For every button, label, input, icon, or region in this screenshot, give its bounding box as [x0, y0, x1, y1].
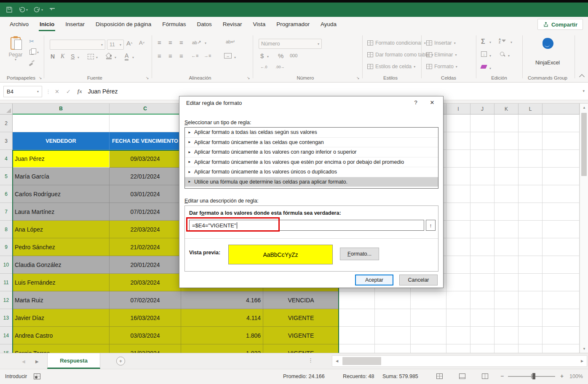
grid-cell[interactable] [494, 309, 519, 327]
grid-cell[interactable] [519, 327, 543, 344]
estado-cell[interactable]: VIGENTE [263, 327, 339, 344]
grid-cell[interactable] [519, 185, 543, 203]
grid-cell[interactable] [519, 238, 543, 256]
grid-cell[interactable] [470, 185, 494, 203]
grid-cell[interactable] [446, 327, 470, 344]
sort-filter-button[interactable]: AZ [499, 38, 506, 44]
fecha-cell[interactable]: 20/03/2024 [110, 274, 181, 291]
clipboard-dialog-launcher-icon[interactable]: ↘ [39, 76, 42, 80]
vendedor-cell[interactable]: Luis Fernández [13, 274, 110, 291]
accept-button[interactable]: Aceptar [355, 275, 393, 285]
grid-cell[interactable] [339, 309, 375, 327]
vertical-scrollbar[interactable]: ▲ ▼ [580, 104, 588, 353]
grid-cell[interactable] [470, 291, 494, 309]
formula-bar-expand-icon[interactable]: ▾ [583, 89, 585, 93]
fecha-cell[interactable]: 22/03/2024 [110, 221, 181, 238]
grid-cell[interactable] [543, 132, 580, 150]
scroll-left-icon[interactable]: ◀ [332, 356, 342, 366]
row-header[interactable]: 11 [0, 274, 13, 291]
fecha-header-cell[interactable]: FECHA DE VENCIMIENTO [110, 132, 181, 150]
vendedor-cell[interactable]: Ana López [13, 221, 110, 238]
autosum-chevron-icon[interactable]: ▾ [489, 40, 491, 44]
grid-cell[interactable] [494, 238, 519, 256]
accounting-chevron-icon[interactable]: ▾ [267, 55, 269, 59]
formula-bar-drag-dots[interactable]: ⋮ [45, 88, 51, 95]
estado-cell[interactable]: VIGENTE [263, 344, 339, 353]
grid-cell[interactable] [519, 256, 543, 274]
tab-fórmulas[interactable]: Fórmulas [157, 17, 191, 32]
tab-disposición-de-página[interactable]: Disposición de página [90, 17, 157, 32]
grid-cell[interactable] [543, 344, 580, 353]
copy-button[interactable] [27, 48, 36, 56]
bold-button[interactable]: N [51, 53, 55, 60]
grid-cell[interactable] [494, 168, 519, 185]
grid-cell[interactable] [519, 309, 543, 327]
column-header-c[interactable]: C [110, 104, 181, 115]
grid-cell[interactable] [339, 344, 375, 353]
percent-style-button[interactable]: % [278, 52, 283, 59]
grid-cell[interactable] [411, 291, 446, 309]
rule-type-option[interactable]: Aplicar formato a todas las celdas según… [185, 128, 438, 138]
borders-button[interactable] [88, 54, 94, 59]
comma-style-button[interactable]: 000 [290, 53, 297, 58]
ninjaexcel-button[interactable] [543, 38, 553, 49]
grid-cell[interactable] [494, 203, 519, 221]
tab-vista[interactable]: Vista [247, 17, 271, 32]
vendedor-cell[interactable]: Marta Ruiz [13, 291, 110, 309]
grid-cell[interactable] [446, 150, 470, 168]
row-header[interactable]: 14 [0, 327, 13, 344]
horizontal-scrollbar[interactable]: ◀ ▶ [332, 355, 587, 367]
save-icon[interactable] [6, 6, 13, 13]
sheet-nav-left-icon[interactable]: ◀ [22, 353, 25, 369]
grid-cell[interactable] [446, 185, 470, 203]
grid-cell[interactable] [470, 238, 494, 256]
borders-chevron-icon[interactable]: ▾ [96, 56, 98, 59]
tab-revisar[interactable]: Revisar [217, 17, 248, 32]
grid-cell[interactable] [494, 327, 519, 344]
clear-chevron-icon[interactable]: ▾ [489, 67, 491, 70]
formula-input[interactable]: Juan Pérez [88, 88, 118, 95]
font-color-button[interactable]: A [125, 52, 128, 59]
increase-indent-button[interactable]: →≡ [204, 53, 211, 58]
align-middle-button[interactable]: ≡ [168, 39, 172, 46]
grid-cell[interactable] [519, 132, 543, 150]
underline-chevron-icon[interactable]: ▾ [78, 56, 79, 59]
status-recuento[interactable]: Recuento: 48 [343, 373, 374, 379]
row-header[interactable]: 10 [0, 256, 13, 274]
grid-cell[interactable] [543, 150, 580, 168]
tab-ayuda[interactable]: Ayuda [315, 17, 342, 32]
fill-color-button[interactable] [106, 53, 112, 58]
autosum-button[interactable]: Σ [481, 38, 485, 45]
tab-inicio[interactable]: Inicio [34, 17, 60, 32]
collapse-dialog-button[interactable]: ↑ [426, 220, 436, 231]
vendedor-cell[interactable]: María García [13, 168, 110, 185]
grid-cell[interactable] [519, 274, 543, 291]
grid-cell[interactable] [543, 327, 580, 344]
grid-cell[interactable] [494, 115, 519, 132]
column-header-k[interactable]: K [494, 104, 519, 115]
font-dialog-launcher-icon[interactable]: ↘ [146, 76, 149, 80]
paste-button[interactable]: Pegar ▾ [6, 37, 25, 64]
grid-cell[interactable] [519, 291, 543, 309]
cut-button[interactable]: ✂ [27, 37, 36, 45]
confirm-entry-icon[interactable]: ✓ [66, 88, 71, 95]
merge-center-button[interactable]: ↔ [224, 53, 232, 59]
align-top-button[interactable]: ≡ [158, 39, 161, 46]
row-header[interactable]: 4 [0, 150, 13, 168]
clear-button[interactable] [481, 65, 486, 69]
fecha-cell[interactable]: 07/02/2024 [110, 291, 181, 309]
grid-cell[interactable] [375, 327, 411, 344]
fill-chevron-icon[interactable]: ▾ [489, 54, 491, 58]
vendedor-cell[interactable]: Pedro Sánchez [13, 238, 110, 256]
grid-cell[interactable] [446, 132, 470, 150]
font-color-chevron-icon[interactable]: ▾ [132, 56, 134, 59]
orientation-chevron-icon[interactable]: ▾ [205, 41, 206, 45]
grid-cell[interactable] [494, 274, 519, 291]
format-as-table-button[interactable]: Dar formato como tabla▾ [367, 50, 433, 60]
vendedor-cell[interactable]: Andrea Castro [13, 327, 110, 344]
rule-type-option[interactable]: Utilice una fórmula que determine las ce… [185, 177, 438, 187]
page-layout-view-icon[interactable] [459, 373, 465, 379]
monto-cell[interactable]: 4.114 [181, 309, 263, 327]
number-dialog-launcher-icon[interactable]: ↘ [356, 76, 360, 80]
grid-cell[interactable] [543, 168, 580, 185]
